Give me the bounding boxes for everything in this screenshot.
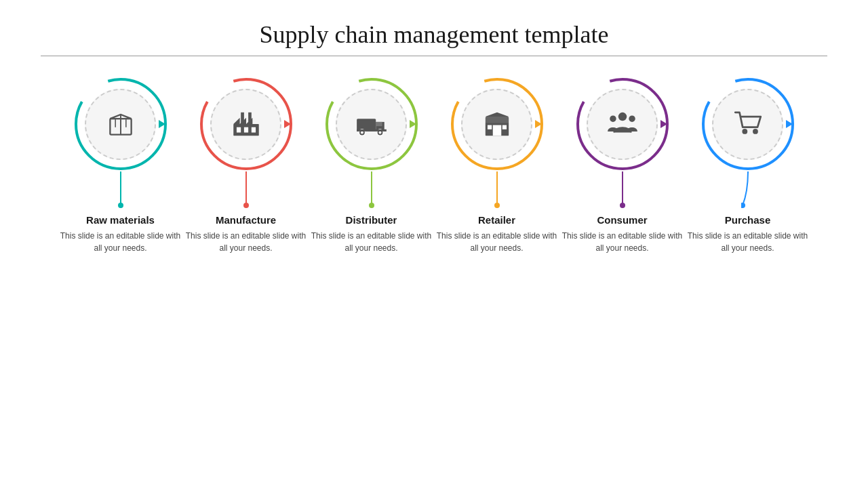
inner-circle-0 (85, 89, 156, 160)
svg-rect-34 (502, 125, 506, 129)
label-title-5: Purchase (685, 214, 810, 226)
svg-rect-9 (243, 127, 248, 133)
label-desc-2: This slide is an editable slide with all… (309, 230, 434, 254)
svg-point-43 (620, 203, 625, 208)
connector-line-4 (618, 171, 627, 209)
chain-item-4: Consumer This slide is an editable slide… (559, 77, 685, 254)
label-title-4: Consumer (559, 214, 685, 226)
connector-1 (241, 171, 251, 209)
svg-rect-14 (241, 113, 244, 124)
box-icon (104, 107, 138, 141)
truck-icon (355, 107, 389, 141)
circle-wrapper-2 (324, 77, 419, 171)
chain-item-2: Distributer This slide is an editable sl… (309, 77, 434, 254)
circle-wrapper-4 (575, 77, 670, 171)
connector-line-3 (492, 171, 502, 209)
slide: Supply chain management template (0, 0, 868, 488)
svg-rect-8 (236, 127, 240, 133)
svg-rect-33 (487, 125, 491, 129)
svg-rect-25 (357, 129, 387, 131)
svg-point-40 (610, 116, 616, 122)
title-divider (41, 56, 827, 56)
svg-marker-11 (233, 118, 239, 124)
factory-icon (229, 107, 263, 141)
label-section-1: Manufacture This slide is an editable sl… (183, 214, 309, 254)
chain-item-1: Manufacture This slide is an editable sl… (183, 77, 309, 254)
label-section-0: Raw materials This slide is an editable … (58, 214, 183, 254)
inner-circle-5 (712, 89, 783, 160)
svg-point-24 (378, 131, 381, 134)
connector-curve-5 (741, 171, 755, 209)
connector-3 (492, 171, 502, 209)
connector-line-1 (241, 171, 251, 209)
label-title-3: Retailer (434, 214, 559, 226)
connector-5 (741, 171, 755, 209)
chain-item-0: Raw materials This slide is an editable … (58, 77, 183, 254)
inner-circle-2 (336, 89, 407, 160)
svg-point-47 (753, 129, 758, 134)
circle-wrapper-1 (199, 77, 294, 171)
label-section-4: Consumer This slide is an editable slide… (559, 214, 685, 254)
cart-icon (731, 107, 765, 141)
label-desc-5: This slide is an editable slide with all… (685, 230, 810, 254)
connector-0 (116, 171, 125, 209)
svg-rect-31 (492, 125, 501, 136)
label-title-2: Distributer (309, 214, 434, 226)
label-desc-3: This slide is an editable slide with all… (434, 230, 559, 254)
svg-point-48 (741, 203, 745, 208)
svg-point-36 (494, 203, 500, 208)
chain-container: Raw materials This slide is an editable … (41, 77, 827, 254)
connector-4 (618, 171, 627, 209)
circle-wrapper-5 (701, 77, 795, 171)
svg-rect-15 (248, 113, 252, 124)
label-title-0: Raw materials (58, 214, 183, 226)
circle-wrapper-3 (450, 77, 545, 171)
connector-2 (367, 171, 376, 209)
svg-point-39 (618, 113, 627, 121)
connector-line-2 (367, 171, 376, 209)
label-section-3: Retailer This slide is an editable slide… (434, 214, 559, 254)
inner-circle-1 (210, 89, 281, 160)
svg-point-23 (360, 131, 363, 134)
connector-line-0 (116, 171, 125, 209)
page-title: Supply chain management template (260, 20, 609, 49)
inner-circle-4 (587, 89, 658, 160)
svg-rect-10 (251, 127, 255, 133)
svg-point-17 (243, 203, 249, 208)
svg-point-4 (118, 203, 123, 208)
label-desc-0: This slide is an editable slide with all… (58, 230, 183, 254)
circle-wrapper-0 (73, 77, 168, 171)
svg-point-46 (742, 129, 747, 134)
label-section-5: Purchase This slide is an editable slide… (685, 214, 810, 254)
svg-point-27 (369, 203, 374, 208)
label-title-1: Manufacture (183, 214, 309, 226)
label-desc-1: This slide is an editable slide with all… (183, 230, 309, 254)
svg-rect-32 (485, 117, 508, 123)
svg-point-41 (629, 116, 635, 122)
label-section-2: Distributer This slide is an editable sl… (309, 214, 434, 254)
inner-circle-3 (461, 89, 532, 160)
chain-item-5: Purchase This slide is an editable slide… (685, 77, 810, 254)
people-icon (606, 107, 639, 141)
chain-item-3: Retailer This slide is an editable slide… (434, 77, 559, 254)
label-desc-4: This slide is an editable slide with all… (559, 230, 685, 254)
store-icon (480, 107, 514, 141)
